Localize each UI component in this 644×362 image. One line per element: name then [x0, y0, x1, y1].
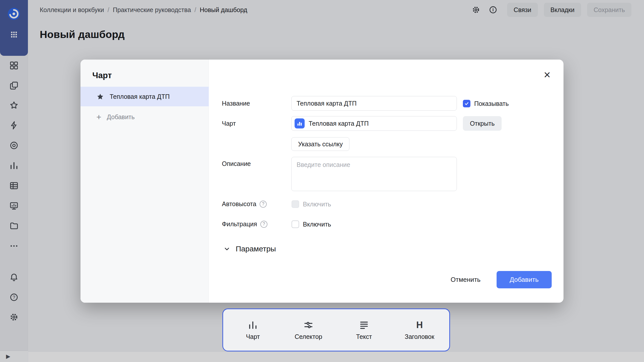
autoheight-checkbox-row: Включить — [292, 200, 331, 208]
add-button[interactable]: Добавить — [497, 271, 552, 288]
filtering-checkbox-row[interactable]: Включить — [292, 220, 331, 228]
filtering-checkbox-label: Включить — [303, 221, 331, 228]
dialog-left-panel: Чарт Тепловая карта ДТП + Добавить — [80, 60, 209, 303]
star-filled-icon — [96, 93, 104, 101]
insert-heading-label: Заголовок — [405, 333, 434, 340]
close-icon[interactable]: × — [542, 69, 553, 80]
description-textarea[interactable] — [291, 157, 457, 191]
show-checkbox[interactable] — [463, 100, 470, 107]
chart-select-value: Тепловая карта ДТП — [309, 120, 369, 127]
insert-chart-label: Чарт — [246, 333, 260, 340]
chart-select-input[interactable]: Тепловая карта ДТП — [291, 116, 457, 131]
chart-widget-dialog: Чарт Тепловая карта ДТП + Добавить × Наз… — [80, 60, 564, 303]
parameters-section-toggle[interactable]: Параметры — [223, 245, 276, 253]
check-icon — [464, 101, 469, 106]
filtering-checkbox[interactable] — [292, 220, 299, 228]
insert-text-label: Текст — [356, 333, 372, 340]
dialog-panel-title: Чарт — [92, 71, 112, 80]
widget-tab-item[interactable]: Тепловая карта ДТП — [80, 87, 209, 106]
sliders-icon — [303, 320, 313, 330]
dialog-footer: Отменить Добавить — [449, 271, 552, 288]
cancel-button[interactable]: Отменить — [449, 271, 482, 288]
text-lines-icon — [359, 320, 369, 330]
widget-tab-label: Тепловая карта ДТП — [110, 93, 170, 100]
add-widget-tab-label: Добавить — [107, 113, 135, 121]
autoheight-help-icon[interactable]: ? — [260, 201, 267, 208]
plus-icon: + — [96, 113, 101, 121]
insert-heading-button[interactable]: H Заголовок — [397, 320, 442, 340]
add-widget-tab-button[interactable]: + Добавить — [96, 112, 135, 121]
insert-selector-label: Селектор — [295, 333, 322, 340]
specify-link-button[interactable]: Указать ссылку — [291, 137, 349, 151]
chart-label: Чарт — [222, 120, 236, 127]
name-label: Название — [222, 100, 250, 107]
autoheight-checkbox-label: Включить — [303, 201, 331, 208]
description-label: Описание — [222, 160, 251, 167]
widget-insert-toolbar: Чарт Селектор Текст H Заголовок — [222, 308, 450, 351]
chart-type-icon — [295, 118, 305, 128]
insert-text-button[interactable]: Текст — [341, 320, 387, 340]
filtering-label: Фильтрация ? — [222, 220, 267, 228]
chevron-down-icon — [223, 245, 230, 252]
dialog-form: × Название Показывать Чарт — [209, 60, 564, 303]
show-checkbox-label: Показывать — [474, 100, 509, 107]
heading-icon: H — [416, 320, 423, 330]
bar-chart-icon — [248, 320, 258, 330]
parameters-section-label: Параметры — [236, 245, 276, 253]
show-checkbox-row[interactable]: Показывать — [463, 100, 509, 107]
name-input[interactable] — [291, 96, 457, 111]
insert-chart-button[interactable]: Чарт — [230, 320, 275, 340]
app-root: ? ▶ Коллекции и воркбуки / Практические … — [0, 0, 644, 362]
autoheight-label: Автовысота ? — [222, 200, 267, 208]
autoheight-checkbox — [292, 200, 299, 208]
open-chart-button[interactable]: Открыть — [463, 116, 502, 131]
filtering-help-icon[interactable]: ? — [260, 221, 267, 228]
insert-selector-button[interactable]: Селектор — [286, 320, 331, 340]
